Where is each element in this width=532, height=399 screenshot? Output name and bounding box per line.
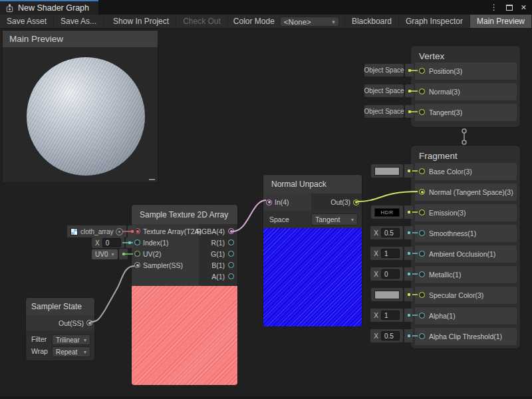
object-picker-icon[interactable]: [116, 228, 123, 235]
port-label: Position(3): [429, 67, 462, 75]
vertex-row-position: Position(3): [415, 63, 517, 80]
input-cell: In(4): [263, 194, 311, 211]
save-asset-button[interactable]: Save Asset: [0, 15, 54, 28]
node-normal-unpack[interactable]: Normal Unpack In(4) Out(3) Space Tangent…: [263, 174, 362, 327]
port-alpha[interactable]: [419, 313, 425, 319]
toolbar: Save Asset Save As... Show In Project Ch…: [0, 15, 532, 29]
base-color-widget[interactable]: [371, 164, 413, 178]
port-a[interactable]: [228, 273, 234, 279]
fragment-row-alpha: Alpha(1): [415, 307, 517, 325]
uv-channel-widget[interactable]: UV0 ▾: [92, 249, 128, 259]
input-row-sampler: Sampler(SS): [143, 259, 183, 271]
port-specular-color[interactable]: [419, 292, 425, 298]
fragment-row-emission: Emission(3): [415, 204, 517, 221]
vertex-row-normal: Normal(3): [415, 83, 517, 100]
graph-inspector-button[interactable]: Graph Inspector: [399, 15, 470, 28]
space-label: Object Space: [364, 108, 404, 115]
port-alpha-clip-threshold[interactable]: [419, 333, 425, 339]
link-bottom-knob: [462, 140, 466, 144]
float-field[interactable]: 1: [381, 249, 400, 258]
main-preview-button[interactable]: Main Preview: [470, 15, 532, 28]
color-mode-dropdown[interactable]: <None> ▾: [280, 17, 339, 27]
close-icon[interactable]: ✕: [521, 4, 527, 11]
port-metallic[interactable]: [419, 271, 425, 277]
fragment-row-base-color: Base Color(3): [415, 163, 517, 180]
float-field[interactable]: 0.5: [381, 228, 400, 237]
port-position[interactable]: [419, 68, 425, 74]
maximize-icon[interactable]: [506, 5, 513, 11]
port-b[interactable]: [228, 262, 234, 268]
filter-dropdown[interactable]: Trilinear ▾: [52, 334, 90, 345]
port-sampler[interactable]: [134, 262, 140, 268]
node-title: Fragment: [411, 146, 520, 165]
alpha-clip-widget[interactable]: X0.5: [370, 329, 413, 342]
uv-channel-dropdown[interactable]: UV0 ▾: [92, 249, 118, 259]
blackboard-button[interactable]: Blackboard: [344, 15, 399, 28]
port-base-color[interactable]: [419, 168, 425, 174]
wire-out-to-normal[interactable]: [358, 192, 418, 201]
port-index[interactable]: [134, 239, 140, 245]
space-label: Object Space: [364, 66, 404, 74]
port-in[interactable]: [266, 200, 272, 205]
chevron-down-icon: ▾: [111, 251, 114, 257]
chevron-down-icon: ▾: [351, 217, 354, 223]
node-sampler-state[interactable]: Sampler State Out(SS) Filter Trilinear ▾…: [25, 297, 95, 361]
graph-canvas[interactable]: Main Preview Vertex Position(3) Normal(3…: [0, 0, 532, 399]
port-g[interactable]: [228, 251, 234, 257]
space-selector-tangent[interactable]: Object Space: [364, 105, 414, 118]
port-ambient-occlusion[interactable]: [419, 251, 425, 257]
port-out[interactable]: [353, 200, 359, 205]
port-emission[interactable]: [419, 209, 425, 215]
index-widget[interactable]: X0: [92, 237, 134, 248]
float-field[interactable]: 0: [381, 269, 400, 279]
alpha-widget[interactable]: X1: [370, 309, 413, 322]
metallic-widget[interactable]: X0: [370, 267, 413, 281]
space-dropdown[interactable]: Tangent ▾: [311, 213, 358, 225]
axis-label: X: [95, 239, 100, 247]
node-vertex[interactable]: Vertex Position(3) Normal(3) Tangent(3): [410, 45, 521, 128]
color-swatch[interactable]: [374, 167, 400, 176]
port-label: Normal (Tangent Space)(3): [429, 188, 513, 196]
ambient-occlusion-widget[interactable]: X1: [370, 247, 413, 260]
port-r[interactable]: [228, 239, 234, 245]
hdr-color-swatch[interactable]: HDR: [374, 208, 400, 217]
texture-array-slot[interactable]: cloth_array: [67, 225, 136, 237]
float-field[interactable]: 1: [381, 311, 400, 320]
main-preview-header[interactable]: Main Preview: [3, 31, 158, 47]
chevron-down-icon: ▾: [332, 19, 335, 25]
space-selector-normal[interactable]: Object Space: [364, 84, 414, 97]
specular-color-widget[interactable]: [371, 288, 413, 301]
wire-sampler-state-to-sampler[interactable]: [90, 266, 134, 322]
main-preview-panel[interactable]: Main Preview: [2, 30, 158, 183]
show-in-project-button[interactable]: Show In Project: [106, 15, 176, 28]
port-normal[interactable]: [419, 88, 425, 94]
tab-new-shader-graph[interactable]: New Shader Graph: [0, 0, 98, 15]
port-smoothness[interactable]: [419, 230, 425, 236]
color-swatch[interactable]: [374, 291, 400, 299]
kebab-menu-icon[interactable]: ⋮: [490, 3, 498, 11]
port-out-ss[interactable]: [86, 320, 92, 326]
float-field[interactable]: 0.5: [381, 331, 400, 340]
float-field[interactable]: 0: [102, 238, 121, 247]
space-selector-position[interactable]: Object Space: [364, 64, 414, 76]
port-default-dot: [404, 329, 413, 342]
emission-hdr-widget[interactable]: HDR: [371, 205, 413, 219]
smoothness-widget[interactable]: X0.5: [370, 226, 413, 239]
wrap-row: Wrap: [31, 347, 48, 355]
port-uv[interactable]: [134, 251, 140, 257]
main-preview-body: [3, 47, 158, 182]
port-rgba[interactable]: [228, 228, 234, 234]
input-row-index: Index(1): [143, 237, 169, 248]
filter-row: Filter: [31, 335, 47, 343]
save-as-button[interactable]: Save As...: [54, 15, 104, 28]
color-mode-value: <None>: [284, 18, 311, 26]
resize-grip[interactable]: [149, 179, 155, 180]
node-sample-texture-2d-array[interactable]: Sample Texture 2D Array Texture Array(T2…: [131, 204, 238, 386]
node-fragment[interactable]: Fragment Base Color(3) Normal (Tangent S…: [410, 145, 521, 349]
port-normal-tangent-space[interactable]: [419, 189, 425, 195]
port-label: Alpha(1): [429, 312, 456, 320]
wrap-dropdown[interactable]: Repeat ▾: [52, 346, 90, 357]
port-tangent[interactable]: [419, 109, 425, 115]
port-label: Smoothness(1): [429, 229, 476, 237]
port-label: RGBA(4): [196, 227, 225, 235]
